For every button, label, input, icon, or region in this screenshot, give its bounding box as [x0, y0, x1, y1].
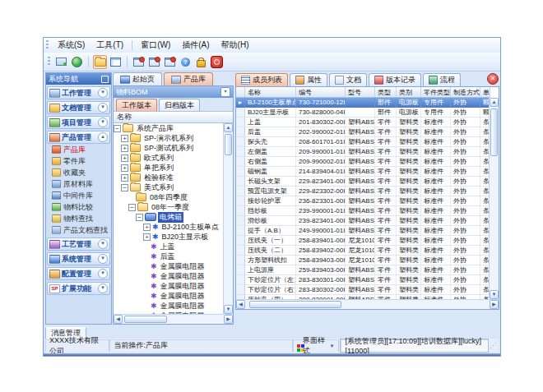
chevron-up-icon[interactable]: ▲ [98, 132, 108, 142]
tree-node[interactable]: +检验标准 [114, 173, 223, 182]
new-window-button[interactable] [132, 55, 146, 69]
doc-tab[interactable]: 起始页 [113, 72, 162, 85]
column-header[interactable]: 零件类型 [421, 87, 451, 98]
view-grid-button[interactable] [109, 55, 123, 69]
nav-group-collapsed[interactable]: 项目管理▼ [47, 116, 110, 129]
grid-horizontal-scrollbar[interactable]: ◀ ▶ [236, 299, 499, 309]
tree-expand-minus[interactable]: − [114, 125, 121, 132]
sidebar-item[interactable]: 零件库 [46, 155, 111, 167]
tree-node[interactable]: +欧式系列 [114, 153, 223, 163]
table-row[interactable]: 磁钢盖214-839404-01I塑料ABS零件塑料类标准件外协条 [236, 167, 489, 177]
tree-expand-plus[interactable]: + [143, 224, 151, 231]
tree-node[interactable]: ✱金属膜电阻器 [114, 281, 223, 291]
tree-expand-plus[interactable]: + [121, 154, 128, 162]
lock-button[interactable] [194, 55, 208, 69]
tree-horizontal-scrollbar[interactable]: ◀ ▶ [114, 314, 233, 324]
menu-item[interactable]: 帮助(H) [216, 39, 255, 52]
grid-vertical-scrollbar[interactable]: ▲ ▼ [489, 98, 499, 299]
scrollbar-thumb[interactable] [225, 134, 232, 155]
scroll-left-button[interactable]: ◀ [114, 315, 123, 324]
nav-group-expanded[interactable]: 产品管理▲ [47, 131, 110, 144]
tree-node[interactable]: +✱BJ-2100主板单点 [114, 222, 223, 232]
nav-group-collapsed[interactable]: 工作管理▼ [47, 86, 110, 99]
close-window-button[interactable] [163, 55, 177, 69]
sidebar-item[interactable]: 产品文档查找 [46, 224, 111, 236]
tree-expand-plus[interactable]: + [121, 145, 128, 152]
toolbar-grip-2[interactable] [48, 57, 50, 67]
sidebar-item[interactable]: 原材料库 [46, 178, 111, 190]
table-row[interactable]: ▸BJ-2100主板单点730-721000-12I部件电源板专用件外协颗 [236, 98, 489, 108]
chevron-down-icon[interactable]: ▼ [98, 254, 108, 264]
nav-group-collapsed[interactable]: 系统管理▼ [47, 252, 110, 265]
table-row[interactable]: 压线夹（一）258-839401-00I尼龙1010零件塑料类标准件外协条 [236, 236, 489, 246]
table-row[interactable]: 后盖202-990002-01I塑料ABS零件塑料类标准件外协条 [236, 127, 489, 137]
close-panel-button[interactable]: ✕ [487, 73, 499, 85]
sidebar-item[interactable]: 物料查找 [46, 213, 111, 224]
chevron-down-icon[interactable]: ▼ [98, 239, 108, 249]
table-row[interactable]: 提手（A.B）249-990001-01I塑料ABS零件塑料类标准件外协条 [236, 226, 489, 236]
table-row[interactable]: 右侧盖209-990002-01I塑料ABS零件塑料类标准件外协条 [236, 157, 489, 167]
chevron-down-icon[interactable]: ▼ [98, 284, 108, 293]
tree-expand-plus[interactable]: + [121, 174, 128, 182]
tree-node[interactable]: 08年四季度 [114, 192, 223, 202]
window-settings-button[interactable] [147, 55, 161, 69]
column-header[interactable]: 编号 [296, 87, 346, 98]
table-row[interactable]: 压线夹（二）258-839402-00I尼龙1010零件塑料类标准件外协条 [236, 246, 489, 256]
table-row[interactable]: 上电源座259-839403-00I塑料ABS零件塑料类标准件外协条 [236, 265, 489, 275]
member-tab[interactable]: 属性 [290, 73, 327, 86]
table-row[interactable]: 长磁头支架229-823401-00I塑料ABS零件塑料类标准件外协条 [236, 177, 489, 187]
chevron-down-icon[interactable]: ▼ [98, 88, 108, 98]
chevron-down-icon[interactable]: ▼ [98, 103, 108, 113]
tree-expand-minus[interactable]: − [128, 204, 136, 211]
sidebar-item[interactable]: 收藏夹 [46, 167, 111, 178]
tree-column-header[interactable]: 名称 [114, 112, 233, 123]
tree-node[interactable]: ✱金属膜电阻器 [114, 261, 223, 271]
tree-node[interactable]: +单把系列 [114, 163, 223, 173]
table-row[interactable]: 下纱定位片（左）283-830301-00I塑料ABS零件塑料类标准件外协条 [236, 275, 489, 285]
tree-vertical-scrollbar[interactable]: ▲ ▼ [223, 123, 233, 314]
column-header[interactable]: 型号 [346, 87, 375, 98]
tree-node[interactable]: ✱后盖 [114, 251, 223, 261]
tree-node[interactable]: −电烤箱 [114, 212, 223, 222]
tree-node[interactable]: ✱金属膜电阻器 [114, 271, 223, 281]
bom-panel-menu-button[interactable]: ▾ [220, 87, 230, 97]
sidebar-item[interactable]: 产品库 [46, 144, 111, 155]
nav-group-collapsed[interactable]: 工艺管理▼ [47, 238, 110, 251]
tree-node[interactable]: ✱金属膜电阻器 [114, 291, 223, 301]
tree-expand-plus[interactable]: + [143, 233, 151, 241]
scrollbar-thumb[interactable] [249, 301, 341, 308]
resize-grip[interactable]: ⋰ [490, 342, 497, 349]
tree-node[interactable]: ✱金属膜电阻器 [114, 301, 223, 311]
tree-node[interactable]: +SP-测试机系列 [114, 143, 223, 153]
table-row[interactable]: 探头壳208-601701-01I塑料ABS零件塑料类标准件外协条 [236, 137, 489, 147]
table-row[interactable]: 接纱轮护罩236-823301-00I塑料ABS零件塑料类标准件外协条 [236, 196, 489, 206]
table-row[interactable]: 左侧盖209-990001-01I塑料ABS零件塑料类标准件外协条 [236, 147, 489, 157]
pin-icon[interactable] [101, 76, 109, 83]
tree-node[interactable]: +SP-演示机系列 [114, 133, 223, 143]
ui-style-dropdown[interactable]: 界面样式 ▼ [293, 339, 339, 352]
scroll-up-button[interactable]: ▲ [224, 123, 233, 132]
table-row[interactable]: 挡纱板239-990001-01I塑料ABS零件塑料类标准件外协条 [236, 206, 489, 216]
column-header[interactable]: 类型 [375, 87, 397, 98]
table-row[interactable]: 方形塑料线扣258-839403-00I尼龙1010零件塑料类标准件外协条 [236, 256, 489, 265]
network-button[interactable] [70, 55, 84, 69]
exit-button[interactable] [210, 55, 224, 69]
menu-item[interactable]: 系统(S) [52, 39, 90, 52]
scrollbar-thumb[interactable] [124, 316, 167, 323]
tree-node[interactable]: −08年一季度 [114, 202, 223, 212]
chevron-down-icon[interactable]: ▼ [98, 269, 108, 279]
chevron-down-icon[interactable]: ▼ [98, 118, 108, 127]
tree-node[interactable]: +✱BJ20主显示板 [114, 232, 223, 242]
help-button[interactable]: ? [179, 55, 193, 69]
column-header[interactable]: 单位 [480, 87, 490, 98]
version-tab[interactable]: 归档版本 [159, 99, 200, 111]
doc-tab[interactable]: 产品库 [164, 72, 213, 85]
column-header[interactable]: 名称 [245, 87, 296, 98]
sidebar-item[interactable]: 中间件库 [46, 190, 111, 201]
column-header[interactable]: 制造方式 [451, 87, 480, 98]
version-tab[interactable]: 工作版本 [116, 99, 157, 111]
tree-expand-minus[interactable]: − [136, 214, 143, 221]
tree-expand-plus[interactable]: + [121, 135, 128, 142]
scroll-down-button[interactable]: ▼ [490, 290, 499, 299]
tree-expand-plus[interactable]: + [121, 164, 128, 172]
